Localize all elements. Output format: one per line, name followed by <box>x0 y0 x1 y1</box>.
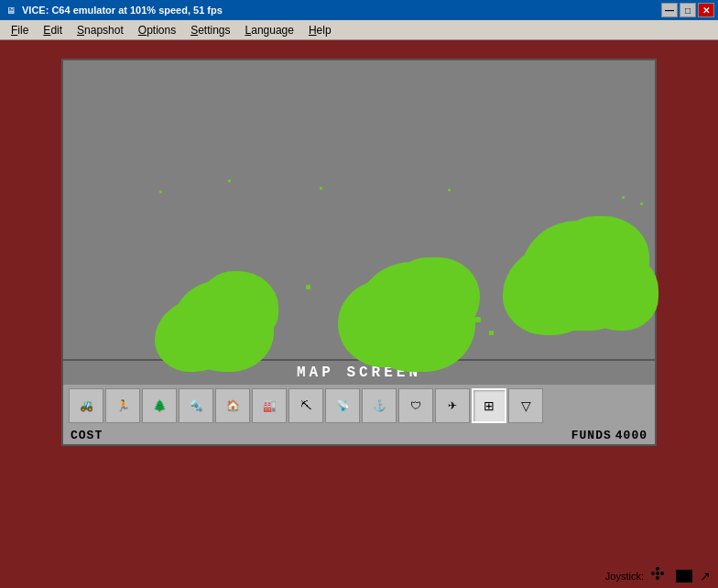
funds-label: FUNDS <box>571 429 612 442</box>
main-content: MAP SCREEN 🚜 🏃 🌲 🔩 🏠 🏭 ⛏ 📡 ⚓ 🛡 ✈ ⊞ ▽ COS… <box>0 40 718 588</box>
tool-house[interactable]: 🏠 <box>215 388 250 423</box>
joystick-indicator <box>651 567 669 584</box>
menu-snapshot[interactable]: Snapshot <box>70 21 131 39</box>
tool-plane[interactable]: ✈ <box>435 388 470 423</box>
tool-grid[interactable]: ⊞ <box>472 388 506 423</box>
cursor-icon: ↗ <box>700 569 711 583</box>
funds-area: FUNDS 4000 <box>571 429 647 442</box>
tool-shield[interactable]: 🛡 <box>398 388 433 423</box>
status-bar: Joystick: ↗ <box>605 567 711 584</box>
menu-settings[interactable]: Settings <box>183 21 237 39</box>
funds-value: 4000 <box>615 429 647 442</box>
menu-file[interactable]: File <box>4 21 36 39</box>
tool-tank[interactable]: 🚜 <box>69 388 103 423</box>
tool-anchor[interactable]: ⚓ <box>362 388 397 423</box>
joystick-label: Joystick: <box>605 571 644 582</box>
cost-area: COST <box>71 429 103 442</box>
map-screen-label: MAP SCREEN <box>61 361 657 385</box>
title-bar: 🖥 VICE: C64 emulator at 101% speed, 51 f… <box>0 0 718 20</box>
tool-tree[interactable]: 🌲 <box>142 388 177 423</box>
minimize-button[interactable]: — <box>661 3 678 17</box>
maximize-button[interactable]: □ <box>680 3 696 17</box>
tool-tower[interactable]: 📡 <box>325 388 360 423</box>
menu-options[interactable]: Options <box>131 21 183 39</box>
menu-edit[interactable]: Edit <box>36 21 70 39</box>
title-buttons: — □ ✕ <box>661 3 714 17</box>
tool-filter[interactable]: ▽ <box>508 388 543 423</box>
game-screen <box>61 59 657 361</box>
menu-language[interactable]: Language <box>238 21 301 39</box>
menu-bar: File Edit Snapshot Options Settings Lang… <box>0 20 718 40</box>
tool-shovel[interactable]: ⛏ <box>288 388 323 423</box>
title-bar-left: 🖥 VICE: C64 emulator at 101% speed, 51 f… <box>4 3 223 17</box>
icon-row: 🚜 🏃 🌲 🔩 🏠 🏭 ⛏ 📡 ⚓ 🛡 ✈ ⊞ ▽ <box>63 385 655 427</box>
tool-factory[interactable]: 🏭 <box>252 388 287 423</box>
color-indicator <box>676 570 692 583</box>
toolbar: 🚜 🏃 🌲 🔩 🏠 🏭 ⛏ 📡 ⚓ 🛡 ✈ ⊞ ▽ COST FUNDS 400… <box>61 385 657 446</box>
close-button[interactable]: ✕ <box>698 3 714 17</box>
cost-label: COST <box>71 429 103 442</box>
tool-soldier[interactable]: 🏃 <box>105 388 140 423</box>
menu-help[interactable]: Help <box>301 21 339 39</box>
app-icon: 🖥 <box>4 3 18 17</box>
tool-crane[interactable]: 🔩 <box>179 388 213 423</box>
status-row: COST FUNDS 4000 <box>63 427 655 444</box>
title-text: VICE: C64 emulator at 101% speed, 51 fps <box>22 5 223 16</box>
